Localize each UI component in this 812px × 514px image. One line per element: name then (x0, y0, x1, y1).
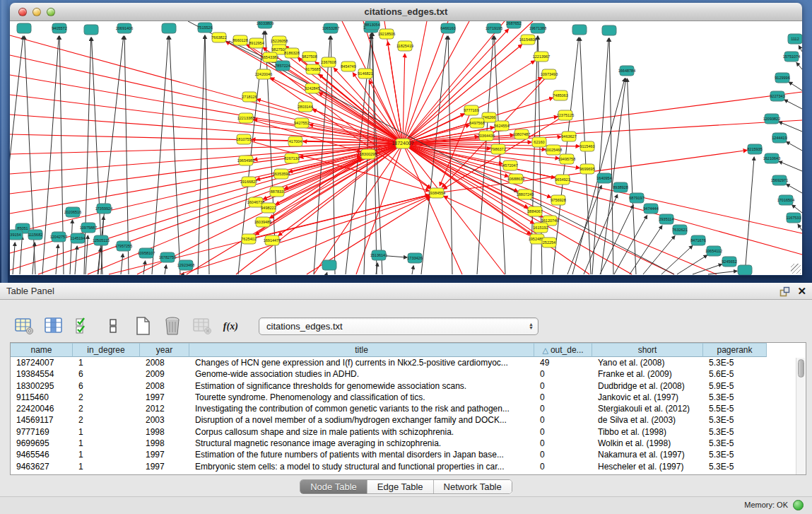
select-rows-button[interactable] (73, 316, 93, 336)
table-cell[interactable]: 1 (73, 426, 140, 438)
table-cell[interactable]: Disruption of a novel member of a sodium… (189, 414, 534, 426)
new-column-button[interactable] (133, 316, 153, 336)
function-builder-button[interactable]: f(x) (222, 316, 242, 336)
table-cell[interactable]: 5.3E-5 (703, 426, 767, 438)
table-cell[interactable]: 5.3E-5 (703, 438, 767, 449)
table-row[interactable]: 977716911998Corpus callosum shape and si… (11, 426, 806, 438)
table-cell[interactable]: Genome-wide association studies in ADHD. (189, 368, 534, 380)
table-cell[interactable]: Hescheler et al. (1997) (592, 461, 703, 472)
table-cell[interactable]: Stergiakouli et al. (2012) (592, 403, 703, 414)
table-cell[interactable]: Yano et al. (2008) (592, 357, 703, 368)
table-cell[interactable]: 1998 (140, 438, 189, 449)
table-cell[interactable]: 0 (534, 449, 592, 460)
network-view-window[interactable]: citations_edges.txt 94055722069140675155… (10, 3, 802, 276)
table-cell[interactable]: 2012 (140, 403, 189, 414)
table-cell[interactable]: 2 (73, 414, 140, 426)
row-height-button[interactable] (103, 316, 123, 336)
table-selector-combobox[interactable]: citations_edges.txt ▲▼ (259, 317, 539, 335)
table-cell[interactable]: Embryonic stem cells: a model to study s… (189, 461, 534, 472)
network-canvas[interactable]: 9405572206914067515526160338091065328715… (10, 21, 802, 275)
table-row[interactable]: 1830029562008Estimation of significance … (11, 380, 806, 392)
table-cell[interactable]: 9115460 (11, 392, 73, 403)
resize-grip[interactable] (791, 264, 801, 274)
table-cell[interactable]: 5.3E-5 (703, 392, 767, 403)
table-cell[interactable]: 9465546 (11, 449, 73, 460)
table-cell[interactable]: 22420046 (11, 403, 73, 414)
table-cell[interactable]: 0 (534, 414, 592, 426)
table-cell[interactable]: 5.5E-5 (703, 403, 767, 414)
table-cell[interactable]: 18300295 (11, 380, 73, 392)
graph-node[interactable] (738, 265, 752, 275)
table-settings-button[interactable] (14, 316, 34, 336)
table-cell[interactable]: 5.3E-5 (703, 414, 767, 426)
table-cell[interactable]: 18724007 (11, 357, 73, 368)
delete-column-button[interactable] (163, 316, 182, 336)
table-cell[interactable]: Tibbo et al. (1998) (592, 426, 703, 438)
table-row[interactable]: 2242004622012Investigating the contribut… (11, 403, 806, 414)
table-cell[interactable]: Tourette syndrome. Phenomenology and cla… (189, 392, 534, 403)
table-cell[interactable]: 14569117 (11, 414, 73, 426)
table-cell[interactable]: 1 (73, 461, 140, 472)
table-cell[interactable]: Estimation of significance thresholds fo… (189, 380, 534, 392)
table-cell[interactable]: 5.3E-5 (703, 461, 767, 472)
table-cell[interactable]: 1 (73, 449, 140, 460)
table-cell[interactable]: 0 (534, 403, 592, 414)
table-cell[interactable]: 1997 (140, 392, 189, 403)
table-cell[interactable]: 0 (534, 368, 592, 380)
table-cell[interactable]: 1 (73, 438, 140, 449)
select-column-button[interactable] (44, 316, 64, 336)
table-cell[interactable]: 2003 (140, 414, 189, 426)
tab-network-table[interactable]: Network Table (434, 480, 512, 493)
table-cell[interactable]: Investigating the contribution of common… (189, 403, 534, 414)
table-cell[interactable]: 2008 (140, 357, 189, 368)
table-cell[interactable]: de Silva et al. (2003) (592, 414, 703, 426)
graph-node[interactable] (602, 25, 616, 35)
table-cell[interactable]: Estimation of the future numbers of pati… (189, 449, 534, 460)
table-cell[interactable]: Jankovic et al. (1997) (592, 392, 703, 403)
close-panel-icon[interactable]: ✕ (797, 285, 806, 298)
column-header-name[interactable]: name (11, 343, 73, 357)
column-header-out_de[interactable]: △out_de... (534, 343, 592, 357)
table-cell[interactable]: 2 (73, 392, 140, 403)
table-cell[interactable]: 1997 (140, 461, 189, 472)
table-row[interactable]: 1456911722003Disruption of a novel membe… (11, 414, 806, 426)
table-cell[interactable]: 2 (73, 403, 140, 414)
table-cell[interactable]: Dudbridge et al. (2008) (592, 380, 703, 392)
column-header-title[interactable]: title (189, 343, 534, 357)
graph-node[interactable] (162, 23, 176, 33)
table-cell[interactable]: 0 (534, 392, 592, 403)
table-cell[interactable]: 1998 (140, 426, 189, 438)
table-scrollbar[interactable] (796, 358, 805, 474)
column-header-pagerank[interactable]: pagerank (703, 343, 767, 357)
table-row[interactable]: 946362711997Embryonic stem cells: a mode… (11, 461, 806, 472)
table-cell[interactable]: 5.6E-5 (703, 368, 767, 380)
table-row[interactable]: 911546021997Tourette syndrome. Phenomeno… (11, 392, 806, 403)
table-row[interactable]: 969969511998Structural magnetic resonanc… (11, 438, 806, 449)
table-cell[interactable]: 0 (534, 426, 592, 438)
table-cell[interactable]: Franke et al. (2009) (592, 368, 703, 380)
table-cell[interactable]: 9463627 (11, 461, 73, 472)
graph-node[interactable] (84, 25, 98, 35)
column-header-in_degree[interactable]: in_degree (73, 343, 140, 357)
graph-node[interactable] (572, 25, 587, 35)
graph-node[interactable] (17, 23, 31, 33)
table-cell[interactable]: 6 (73, 368, 140, 380)
table-cell[interactable]: 5.9E-5 (703, 380, 767, 392)
table-cell[interactable]: 49 (534, 357, 592, 368)
table-cell[interactable]: 5.3E-5 (703, 449, 767, 460)
table-cell[interactable]: 0 (534, 380, 592, 392)
table-cell[interactable]: 2009 (140, 368, 189, 380)
table-row[interactable]: 946554611997Estimation of the future num… (11, 449, 806, 460)
table-cell[interactable]: 9777169 (11, 426, 73, 438)
table-cell[interactable]: 1 (73, 357, 140, 368)
table-row[interactable]: 1938455462009Genome-wide association stu… (11, 368, 806, 380)
table-cell[interactable]: 2008 (140, 380, 189, 392)
table-row[interactable]: 1872400712008Changes of HCN gene express… (11, 357, 806, 368)
table-cell[interactable]: 0 (534, 461, 592, 472)
table-cell[interactable]: 5.3E-5 (703, 357, 767, 368)
tab-node-table[interactable]: Node Table (300, 480, 367, 493)
table-cell[interactable]: Corpus callosum shape and size in male p… (189, 426, 534, 438)
table-cell[interactable]: Wolkin et al. (1998) (592, 438, 703, 449)
table-cell[interactable]: 6 (73, 380, 140, 392)
citation-network-graph[interactable]: 9405572206914067515526160338091065328715… (10, 21, 802, 275)
